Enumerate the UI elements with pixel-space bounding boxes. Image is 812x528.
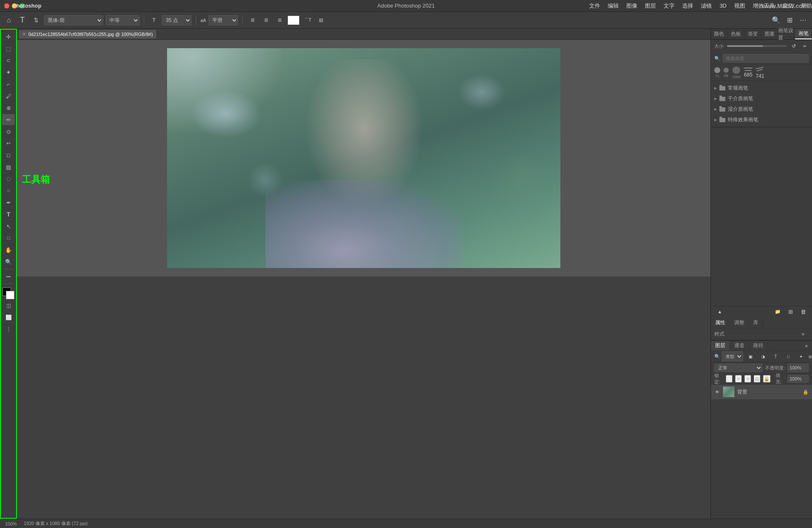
path-select-tool[interactable]: ↖ bbox=[2, 221, 15, 232]
new-layer-button[interactable]: ⊞ bbox=[785, 306, 796, 317]
zoom-tool[interactable]: 🔍 bbox=[2, 256, 15, 267]
more-tools[interactable]: ••• bbox=[2, 271, 15, 282]
blend-mode-select[interactable]: 正常 bbox=[714, 364, 763, 372]
tab-brush-settings[interactable]: 画笔设置 bbox=[778, 29, 795, 39]
blur-tool[interactable]: ◌ bbox=[2, 173, 15, 184]
lock-transparent-button[interactable]: ⬚ bbox=[726, 375, 732, 383]
layer-item-background[interactable]: 👁 背景 🔒 bbox=[711, 385, 812, 400]
arrange-button[interactable]: ⊞ bbox=[784, 15, 795, 26]
text-color-swatch[interactable] bbox=[288, 16, 299, 25]
brush-preset-2[interactable]: 68 bbox=[724, 68, 729, 78]
tab-layers[interactable]: 图层 bbox=[711, 341, 730, 350]
brush-preset-5[interactable]: 741 bbox=[756, 66, 764, 79]
filter-smart-icon[interactable]: ✦ bbox=[796, 351, 807, 362]
eyedropper-tool[interactable]: 🖊 bbox=[2, 90, 15, 101]
menu-image[interactable]: 图像 bbox=[626, 2, 637, 10]
brush-search-input[interactable] bbox=[723, 54, 809, 63]
brush-group-dry[interactable]: ▶ 干介质画笔 bbox=[711, 93, 812, 104]
align-center-button[interactable]: ≡ bbox=[261, 15, 272, 26]
eraser-tool[interactable]: ◻ bbox=[2, 150, 15, 161]
align-left-button[interactable]: ≡ bbox=[247, 15, 258, 26]
tab-adjustments[interactable]: 调整 bbox=[730, 317, 749, 328]
menu-3d[interactable]: 3D bbox=[719, 3, 727, 9]
font-family-select[interactable]: 黑体-简 bbox=[44, 15, 103, 25]
more-button[interactable]: ⋯ bbox=[798, 15, 809, 26]
tab-gradient[interactable]: 渐变 bbox=[745, 29, 762, 39]
move-tool[interactable]: ✛ bbox=[2, 31, 15, 42]
menu-file[interactable]: 文件 bbox=[589, 2, 600, 10]
filter-shape-icon[interactable]: □ bbox=[783, 351, 794, 362]
text-orientation-button[interactable]: ⇅ bbox=[30, 15, 41, 26]
text-tool-icon[interactable]: T bbox=[17, 15, 28, 26]
gradient-tool[interactable]: ▨ bbox=[2, 161, 15, 172]
fill-input[interactable] bbox=[787, 375, 809, 383]
menu-select[interactable]: 选择 bbox=[682, 2, 693, 10]
background-color[interactable] bbox=[6, 291, 14, 299]
brush-preset-4[interactable]: 685 bbox=[744, 68, 752, 78]
layer-visibility-toggle[interactable]: 👁 bbox=[714, 389, 720, 395]
dodge-tool[interactable]: ○ bbox=[2, 185, 15, 196]
text-tool[interactable]: T bbox=[2, 209, 15, 220]
brush-preset-1[interactable]: 71 bbox=[714, 67, 720, 78]
character-panel-button[interactable]: ▤ bbox=[315, 15, 326, 26]
menu-type[interactable]: 文字 bbox=[664, 2, 675, 10]
document-tab[interactable]: ✕ 0d21f1ec128554b67cf03f87b561c255.jpg @… bbox=[19, 30, 156, 39]
menu-filter[interactable]: 滤镜 bbox=[701, 2, 712, 10]
select-rect-tool[interactable]: ⬚ bbox=[2, 43, 15, 54]
clone-tool[interactable]: ⊙ bbox=[2, 126, 15, 137]
lock-move-button[interactable]: ✛ bbox=[744, 375, 751, 383]
heal-tool[interactable]: ⊕ bbox=[2, 102, 15, 113]
brush-size-slider[interactable] bbox=[727, 45, 787, 47]
filter-adjust-icon[interactable]: ◑ bbox=[757, 351, 768, 362]
extra-button[interactable]: ⋮ bbox=[2, 324, 15, 335]
brush-edit-button[interactable]: ✏ bbox=[801, 42, 809, 50]
tab-library[interactable]: 库 bbox=[749, 317, 763, 328]
filter-type-icon[interactable]: T bbox=[770, 351, 781, 362]
quick-mask-button[interactable]: ◫ bbox=[2, 300, 15, 311]
filter-toggle[interactable]: ◉ bbox=[808, 351, 812, 362]
menu-layer[interactable]: 图层 bbox=[645, 2, 656, 10]
menu-edit[interactable]: 编辑 bbox=[608, 2, 619, 10]
pen-tool[interactable]: ✒ bbox=[2, 197, 15, 208]
search-button[interactable]: 🔍 bbox=[771, 15, 782, 26]
tab-paths[interactable]: 路径 bbox=[749, 341, 768, 350]
brush-group-special[interactable]: ▶ 特殊效果画笔 bbox=[711, 115, 812, 125]
tab-brush[interactable]: 画笔 bbox=[795, 29, 812, 39]
layer-type-filter[interactable]: 类型 bbox=[722, 351, 743, 361]
lasso-tool[interactable]: ⊂ bbox=[2, 55, 15, 66]
brush-group-wet[interactable]: ▶ 湿介质画笔 bbox=[711, 104, 812, 115]
magic-wand-tool[interactable]: ✦ bbox=[2, 67, 15, 78]
brush-tool[interactable]: ✏ bbox=[2, 114, 15, 125]
properties-more-button[interactable]: ≡ bbox=[798, 328, 809, 339]
lock-artboard-button[interactable]: ▨ bbox=[754, 375, 760, 383]
add-adjustment-button[interactable]: ▲ bbox=[714, 306, 725, 317]
shape-tool[interactable]: □ bbox=[2, 233, 15, 243]
brush-preset-3[interactable]: 1569 bbox=[732, 66, 741, 79]
tab-channels[interactable]: 通道 bbox=[730, 341, 749, 350]
warp-text-button[interactable]: ⌒T bbox=[302, 15, 313, 26]
tab-patterns[interactable]: 图案 bbox=[761, 29, 778, 39]
home-button[interactable]: ⌂ bbox=[3, 15, 14, 26]
lock-brush-button[interactable]: ✏ bbox=[735, 375, 742, 383]
screen-mode-button[interactable]: ⬜ bbox=[2, 312, 15, 323]
font-size-select[interactable]: 35 点 bbox=[162, 15, 192, 25]
folder-button[interactable]: 📁 bbox=[772, 306, 783, 317]
canvas-wrapper[interactable] bbox=[17, 40, 710, 276]
anti-alias-select[interactable]: 平滑 bbox=[208, 15, 238, 25]
lock-all-button[interactable]: 🔒 bbox=[763, 375, 771, 383]
close-button[interactable] bbox=[4, 3, 9, 8]
tab-color[interactable]: 颜色 bbox=[711, 29, 728, 39]
tab-properties[interactable]: 属性 bbox=[711, 317, 730, 328]
filter-pixel-icon[interactable]: ▣ bbox=[745, 351, 756, 362]
tab-close-icon[interactable]: ✕ bbox=[22, 32, 26, 36]
opacity-input[interactable] bbox=[787, 364, 809, 372]
brush-group-regular[interactable]: ▶ 常规画笔 bbox=[711, 83, 812, 93]
crop-tool[interactable]: ⌐ bbox=[2, 79, 15, 90]
delete-layer-button[interactable]: 🗑 bbox=[798, 306, 809, 317]
history-brush-tool[interactable]: ↩ bbox=[2, 138, 15, 149]
hand-tool[interactable]: ✋ bbox=[2, 244, 15, 255]
layers-menu-button[interactable]: ≡ bbox=[801, 341, 812, 352]
reset-size-button[interactable]: ↺ bbox=[790, 42, 798, 50]
tab-swatches[interactable]: 色板 bbox=[728, 29, 745, 39]
align-right-button[interactable]: ≡ bbox=[274, 15, 285, 26]
